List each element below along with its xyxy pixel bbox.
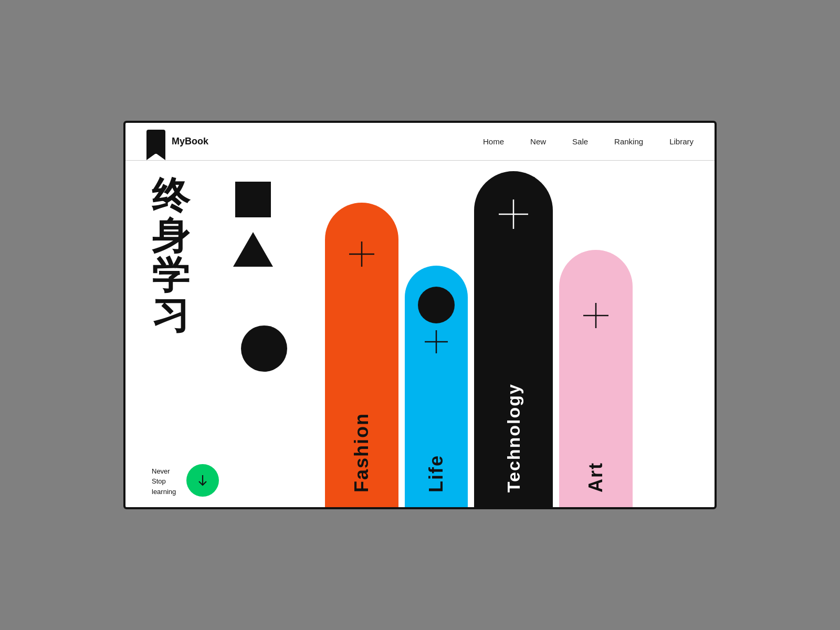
small-circle-shape	[241, 326, 287, 372]
nav-home[interactable]: Home	[483, 137, 504, 146]
art-plus-icon	[580, 300, 612, 331]
chinese-heading: 终 身 学 习	[152, 176, 299, 335]
nav-library[interactable]: Library	[669, 137, 694, 146]
technology-label: Technology	[503, 383, 524, 492]
navbar: MyBook Home New Sale Ranking Library	[125, 123, 715, 161]
pillars-area: Fashion Life Technology	[314, 161, 715, 507]
arrow-down-icon	[195, 473, 210, 488]
pillar-art[interactable]: Art	[559, 250, 633, 507]
square-shape	[235, 182, 271, 217]
life-circle-shape	[418, 287, 455, 323]
technology-plus-icon	[496, 196, 531, 232]
logo-bookmark-icon	[146, 130, 165, 154]
logo-text: MyBook	[172, 136, 208, 147]
life-plus-icon	[422, 328, 450, 356]
nav-new[interactable]: New	[530, 137, 546, 146]
fashion-plus-icon	[346, 238, 377, 270]
logo-area: MyBook	[146, 130, 208, 154]
art-label: Art	[585, 462, 607, 492]
fashion-label: Fashion	[351, 413, 373, 492]
pillar-life[interactable]: Life	[405, 266, 468, 507]
life-label: Life	[425, 455, 447, 492]
pillar-technology[interactable]: Technology	[474, 171, 553, 507]
scroll-down-button[interactable]	[186, 464, 219, 497]
pillar-fashion[interactable]: Fashion	[325, 203, 398, 507]
bottom-tagline-area: Never Stop learning	[152, 464, 219, 497]
nav-sale[interactable]: Sale	[572, 137, 588, 146]
main-content: 终 身 学 习 Never Stop learning	[125, 161, 715, 507]
browser-window: MyBook Home New Sale Ranking Library 终 身…	[123, 121, 717, 509]
triangle-shape	[233, 232, 273, 267]
nav-links: Home New Sale Ranking Library	[483, 137, 694, 146]
nav-ranking[interactable]: Ranking	[614, 137, 643, 146]
left-section: 终 身 学 习 Never Stop learning	[125, 161, 314, 507]
tagline-text: Never Stop learning	[152, 466, 176, 497]
